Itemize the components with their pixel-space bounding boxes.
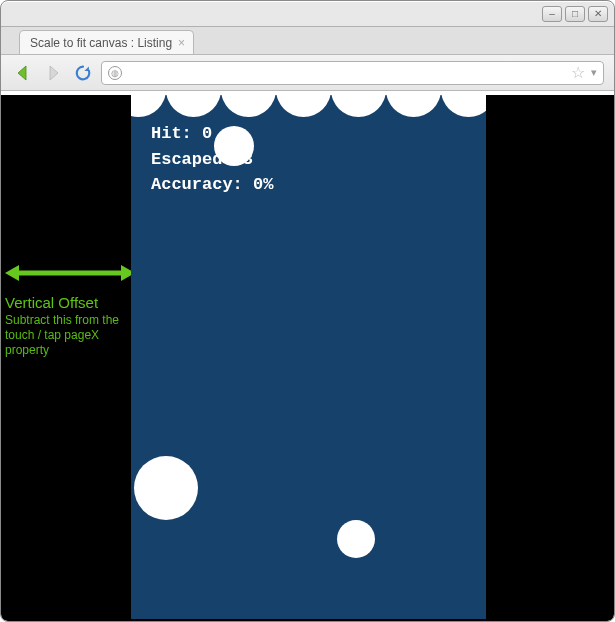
- os-titlebar: – □ ✕: [1, 1, 614, 27]
- close-button[interactable]: ✕: [588, 6, 608, 22]
- minimize-button[interactable]: –: [542, 6, 562, 22]
- back-button[interactable]: [11, 61, 35, 85]
- stat-hit-label: Hit:: [151, 124, 192, 143]
- browser-chrome: Scale to fit canvas : Listing ×: [1, 27, 614, 621]
- game-canvas[interactable]: Hit: 0 Escaped: 3 Accuracy: 0%: [131, 95, 486, 619]
- page-viewport: Vertical Offset Subtract this from the t…: [1, 91, 614, 621]
- stat-accuracy-value: 0%: [253, 175, 273, 194]
- bubble[interactable]: [214, 126, 254, 166]
- url-dropdown-icon[interactable]: ▾: [591, 66, 597, 79]
- bookmark-star-icon[interactable]: ☆: [571, 63, 585, 82]
- os-window: – □ ✕ Scale to fit canvas : Listing ×: [0, 0, 615, 622]
- tab-close-icon[interactable]: ×: [178, 36, 185, 50]
- double-arrow-icon: [5, 261, 135, 285]
- annotation-title: Vertical Offset: [5, 294, 135, 311]
- stat-accuracy-label: Accuracy:: [151, 175, 243, 194]
- maximize-button[interactable]: □: [565, 6, 585, 22]
- vertical-offset-annotation: Vertical Offset Subtract this from the t…: [5, 261, 135, 358]
- arrow-right-icon: [43, 63, 63, 83]
- browser-tab[interactable]: Scale to fit canvas : Listing ×: [19, 30, 194, 54]
- tab-title: Scale to fit canvas : Listing: [30, 36, 172, 50]
- bubble[interactable]: [134, 456, 198, 520]
- reload-button[interactable]: [71, 61, 95, 85]
- globe-icon: ◍: [108, 66, 122, 80]
- arrow-left-icon: [13, 63, 33, 83]
- reload-icon: [74, 64, 92, 82]
- forward-button[interactable]: [41, 61, 65, 85]
- wave-top-decoration: [131, 95, 486, 117]
- tab-strip: Scale to fit canvas : Listing ×: [1, 27, 614, 55]
- stat-hit-value: 0: [202, 124, 212, 143]
- annotation-subtitle: Subtract this from the touch / tap pageX…: [5, 313, 135, 358]
- os-window-controls: – □ ✕: [542, 6, 608, 22]
- url-bar[interactable]: ◍ ☆ ▾: [101, 61, 604, 85]
- bubble[interactable]: [337, 520, 375, 558]
- nav-toolbar: ◍ ☆ ▾: [1, 55, 614, 91]
- url-input[interactable]: [128, 66, 565, 80]
- game-stats: Hit: 0 Escaped: 3 Accuracy: 0%: [151, 121, 273, 198]
